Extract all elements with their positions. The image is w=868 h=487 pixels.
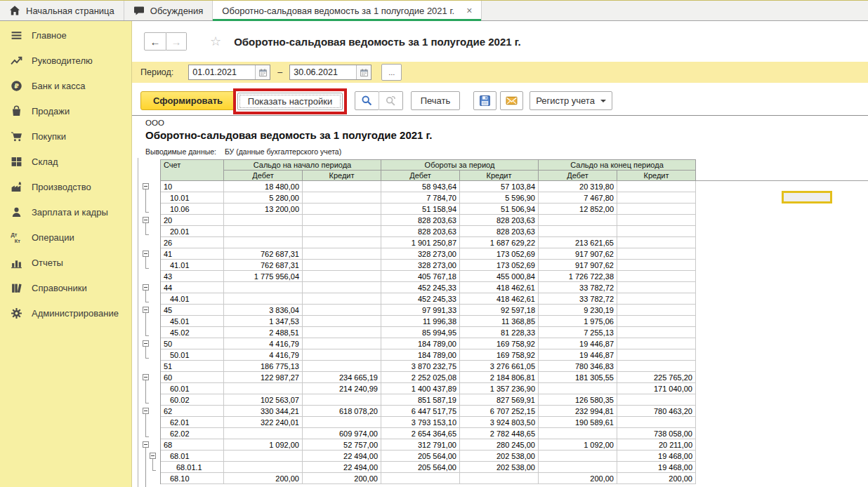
value-cell[interactable] — [303, 226, 381, 237]
value-cell[interactable]: 4 416,79 — [224, 349, 303, 361]
value-cell[interactable]: 1 901 250,87 — [381, 237, 460, 248]
value-cell[interactable]: 186 775,13 — [224, 361, 303, 372]
value-cell[interactable]: 1 775 956,04 — [224, 271, 303, 282]
value-cell[interactable]: 58 943,64 — [381, 181, 460, 192]
value-cell[interactable] — [303, 338, 381, 349]
account-cell[interactable]: 43 — [161, 271, 224, 282]
value-cell[interactable]: 762 687,31 — [224, 260, 303, 271]
value-cell[interactable]: 1 357 236,90 — [460, 383, 539, 394]
mail-button[interactable] — [500, 91, 523, 110]
value-cell[interactable] — [303, 327, 381, 338]
value-cell[interactable]: 828 203,63 — [381, 215, 460, 226]
expander-minus[interactable] — [143, 217, 149, 223]
value-cell[interactable]: 418 462,61 — [460, 282, 539, 293]
value-cell[interactable]: 85 994,95 — [381, 327, 460, 338]
print-button[interactable]: Печать — [411, 91, 460, 110]
value-cell[interactable]: 19 446,87 — [539, 338, 617, 349]
value-cell[interactable]: 917 907,62 — [539, 260, 617, 271]
value-cell[interactable] — [617, 349, 696, 361]
value-cell[interactable]: 328 273,00 — [381, 260, 460, 271]
account-cell[interactable]: 60.02 — [161, 394, 224, 406]
account-cell[interactable]: 26 — [161, 237, 224, 248]
value-cell[interactable]: 169 758,92 — [460, 349, 539, 361]
value-cell[interactable]: 7 255,13 — [539, 327, 617, 338]
value-cell[interactable] — [303, 215, 381, 226]
value-cell[interactable]: 312 791,00 — [381, 439, 460, 451]
value-cell[interactable]: 4 416,79 — [224, 338, 303, 349]
value-cell[interactable]: 330 344,21 — [224, 406, 303, 417]
value-cell[interactable] — [303, 192, 381, 204]
value-cell[interactable] — [303, 316, 381, 327]
value-cell[interactable]: 1 092,00 — [539, 439, 617, 451]
value-cell[interactable]: 184 789,00 — [381, 338, 460, 349]
show-settings-button[interactable]: Показать настройки — [237, 93, 343, 110]
value-cell[interactable] — [224, 293, 303, 305]
account-cell[interactable]: 60 — [161, 372, 224, 383]
account-cell[interactable]: 10.06 — [161, 204, 224, 215]
value-cell[interactable] — [617, 181, 696, 192]
value-cell[interactable] — [303, 305, 381, 316]
value-cell[interactable]: 609 974,00 — [303, 428, 381, 439]
expander-minus[interactable] — [143, 441, 149, 448]
value-cell[interactable]: 405 767,18 — [381, 271, 460, 282]
value-cell[interactable] — [539, 462, 617, 473]
value-cell[interactable]: 232 994,81 — [539, 406, 617, 417]
expander-minus[interactable] — [143, 251, 149, 257]
value-cell[interactable]: 81 228,33 — [460, 327, 539, 338]
value-cell[interactable]: 851 587,19 — [381, 394, 460, 406]
value-cell[interactable]: 6 707 252,15 — [460, 406, 539, 417]
value-cell[interactable]: 200,00 — [224, 473, 303, 484]
generate-button[interactable]: Сформировать — [140, 91, 235, 110]
value-cell[interactable] — [539, 428, 617, 439]
value-cell[interactable]: 6 447 517,75 — [381, 406, 460, 417]
favorite-star-icon[interactable]: ☆ — [210, 35, 221, 48]
value-cell[interactable] — [617, 394, 696, 406]
value-cell[interactable] — [617, 305, 696, 316]
value-cell[interactable]: 917 907,62 — [539, 248, 617, 260]
account-cell[interactable]: 50.01 — [161, 349, 224, 361]
account-cell[interactable]: 10.01 — [161, 192, 224, 204]
value-cell[interactable]: 202 538,00 — [460, 462, 539, 473]
account-cell[interactable]: 51 — [161, 361, 224, 372]
expander-minus[interactable] — [143, 307, 149, 313]
value-cell[interactable] — [617, 271, 696, 282]
value-cell[interactable]: 57 103,84 — [460, 181, 539, 192]
value-cell[interactable] — [224, 226, 303, 237]
value-cell[interactable] — [539, 226, 617, 237]
value-cell[interactable]: 780 463,20 — [617, 406, 696, 417]
value-cell[interactable] — [617, 237, 696, 248]
back-button[interactable]: ← — [144, 32, 166, 51]
value-cell[interactable] — [617, 293, 696, 305]
value-cell[interactable]: 618 078,20 — [303, 406, 381, 417]
value-cell[interactable]: 19 446,87 — [539, 349, 617, 361]
forward-button[interactable]: → — [166, 32, 187, 51]
value-cell[interactable]: 102 563,07 — [224, 394, 303, 406]
value-cell[interactable] — [224, 282, 303, 293]
value-cell[interactable] — [224, 383, 303, 394]
value-cell[interactable] — [617, 327, 696, 338]
sidebar-item-main[interactable]: Главное — [0, 22, 131, 48]
value-cell[interactable]: 11 368,85 — [460, 316, 539, 327]
value-cell[interactable] — [303, 293, 381, 305]
value-cell[interactable] — [617, 361, 696, 372]
value-cell[interactable]: 1 726 722,38 — [539, 271, 617, 282]
value-cell[interactable]: 3 924 803,50 — [460, 417, 539, 428]
value-cell[interactable]: 202 538,00 — [460, 451, 539, 462]
value-cell[interactable]: 762 687,31 — [224, 248, 303, 260]
value-cell[interactable] — [539, 451, 617, 462]
value-cell[interactable] — [303, 204, 381, 215]
sidebar-item-reports[interactable]: Отчеты — [0, 250, 131, 275]
value-cell[interactable] — [303, 181, 381, 192]
value-cell[interactable]: 19 468,00 — [617, 451, 696, 462]
value-cell[interactable]: 11 996,38 — [381, 316, 460, 327]
value-cell[interactable]: 1 400 437,89 — [381, 383, 460, 394]
value-cell[interactable]: 126 580,35 — [539, 394, 617, 406]
value-cell[interactable]: 213 621,65 — [539, 237, 617, 248]
value-cell[interactable] — [617, 316, 696, 327]
value-cell[interactable]: 7 467,80 — [539, 192, 617, 204]
sidebar-item-bank-cash[interactable]: ₽Банк и касса — [0, 73, 131, 98]
value-cell[interactable]: 2 654 364,65 — [381, 428, 460, 439]
value-cell[interactable] — [617, 338, 696, 349]
value-cell[interactable]: 205 564,00 — [381, 462, 460, 473]
value-cell[interactable] — [617, 215, 696, 226]
